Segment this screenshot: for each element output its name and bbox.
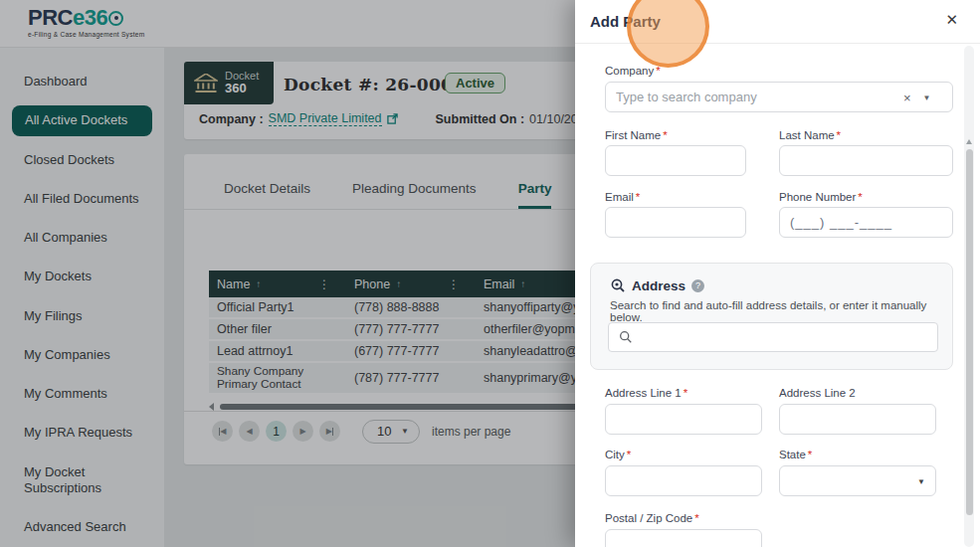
address-subtitle: Search to find and auto-fill address det… <box>610 299 952 323</box>
address-section: Address ? Search to find and auto-fill a… <box>590 263 953 370</box>
chevron-down-icon[interactable]: ▼ <box>923 93 931 102</box>
address-line1-label: Address Line 1* <box>605 387 687 399</box>
last-name-field[interactable] <box>779 145 953 176</box>
address-line2-field[interactable] <box>779 404 936 435</box>
postal-zip-label: Postal / Zip Code* <box>605 512 699 524</box>
company-search-input[interactable] <box>605 82 953 112</box>
search-icon <box>619 330 633 344</box>
address-line1-field[interactable] <box>605 404 762 435</box>
city-field[interactable] <box>605 465 762 496</box>
phone-number-label: Phone Number* <box>779 191 863 203</box>
add-party-modal: Add Party ✕ Company* × ▼ First Name* Las… <box>575 0 980 547</box>
phone-number-field[interactable] <box>779 207 953 238</box>
postal-zip-field[interactable] <box>605 529 762 547</box>
chevron-down-icon: ▼ <box>917 477 925 486</box>
first-name-label: First Name* <box>605 129 668 141</box>
close-icon[interactable]: ✕ <box>945 12 958 27</box>
email-label: Email* <box>605 191 640 203</box>
email-field[interactable] <box>605 207 746 238</box>
modal-scrollbar-thumb[interactable] <box>966 149 973 515</box>
scroll-up-icon[interactable] <box>966 139 972 144</box>
address-search-icon <box>610 277 626 293</box>
company-field-label: Company* <box>605 65 661 77</box>
address-search-box[interactable] <box>608 322 938 352</box>
address-title: Address <box>632 278 686 293</box>
city-label: City* <box>605 449 631 460</box>
first-name-field[interactable] <box>605 145 746 176</box>
last-name-label: Last Name* <box>779 129 841 141</box>
help-icon[interactable]: ? <box>691 279 704 292</box>
address-line2-label: Address Line 2 <box>779 387 856 399</box>
state-select[interactable]: ▼ <box>779 465 936 496</box>
clear-icon[interactable]: × <box>903 91 911 104</box>
state-label: State* <box>779 449 812 460</box>
app-root: PRCe36 e-Filing & Case Management System… <box>0 0 980 547</box>
